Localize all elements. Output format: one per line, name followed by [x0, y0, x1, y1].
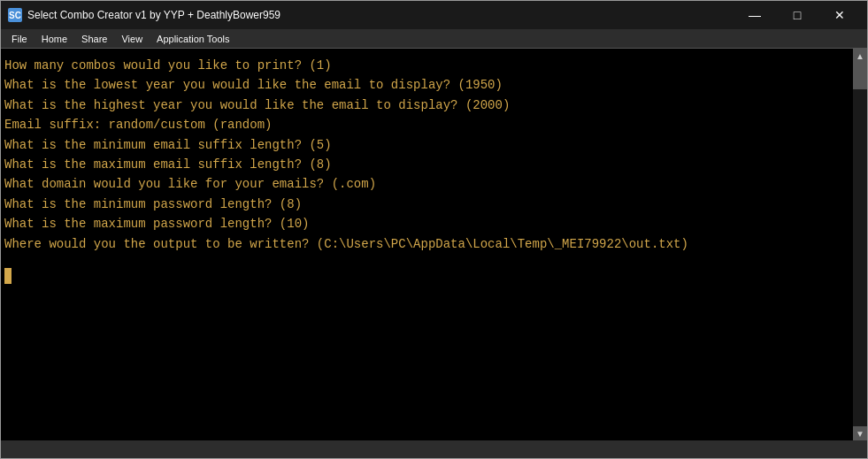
terminal-line: Email suffix: random/custom (random)	[4, 115, 864, 134]
menu-bar: File Home Share View Application Tools	[1, 29, 867, 49]
menu-file[interactable]: File	[4, 32, 35, 46]
window-controls: — □ ✕	[734, 4, 860, 27]
terminal-line: What domain would you like for your emai…	[4, 174, 864, 194]
scrollbar-thumb[interactable]	[853, 63, 867, 89]
menu-home[interactable]: Home	[35, 32, 74, 46]
terminal-line: How many combos would you like to print?…	[4, 56, 864, 75]
terminal-content: How many combos would you like to print?…	[4, 56, 864, 437]
minimize-button[interactable]: —	[734, 4, 775, 27]
app-icon-text: SC	[9, 11, 21, 20]
terminal-line: What is the highest year you would like …	[4, 96, 864, 115]
main-window: SC Select Combo Creator v1 by YYP + Deat…	[0, 0, 868, 459]
terminal-line: Where would you the output to be written…	[4, 234, 864, 254]
cursor-line	[4, 268, 864, 284]
terminal-line: What is the lowest year you would like t…	[4, 75, 864, 95]
terminal-line: What is the minimum password length? (8)	[4, 195, 864, 214]
menu-application-tools[interactable]: Application Tools	[150, 32, 236, 46]
text-cursor	[4, 268, 12, 284]
app-icon: SC	[8, 8, 22, 22]
scrollbar[interactable]: ▲ ▼	[853, 49, 867, 440]
title-bar-left: SC Select Combo Creator v1 by YYP + Deat…	[8, 8, 280, 22]
terminal-line: What is the maximum email suffix length?…	[4, 155, 864, 174]
scroll-up-button[interactable]: ▲	[853, 49, 867, 63]
terminal-area[interactable]: How many combos would you like to print?…	[1, 49, 867, 440]
menu-share[interactable]: Share	[74, 32, 114, 46]
scroll-down-button[interactable]: ▼	[853, 426, 867, 440]
terminal-line: What is the maximum password length? (10…	[4, 214, 864, 233]
window-title: Select Combo Creator v1 by YYP + Deathly…	[27, 9, 280, 21]
status-bar	[1, 440, 867, 458]
close-button[interactable]: ✕	[819, 4, 860, 27]
menu-view[interactable]: View	[114, 32, 150, 46]
maximize-button[interactable]: □	[777, 4, 818, 27]
title-bar: SC Select Combo Creator v1 by YYP + Deat…	[1, 1, 867, 29]
scrollbar-track[interactable]	[853, 63, 867, 426]
terminal-line: What is the minimum email suffix length?…	[4, 135, 864, 155]
